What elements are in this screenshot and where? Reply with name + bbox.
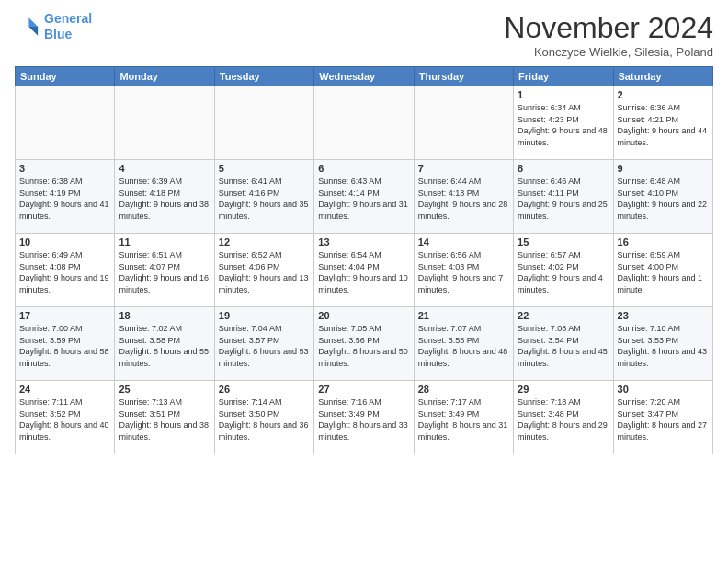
calendar-day-2: 2Sunrise: 6:36 AM Sunset: 4:21 PM Daylig…: [613, 86, 712, 160]
calendar-day-10: 10Sunrise: 6:49 AM Sunset: 4:08 PM Dayli…: [16, 234, 115, 307]
calendar-day-30: 30Sunrise: 7:20 AM Sunset: 3:47 PM Dayli…: [613, 381, 712, 454]
calendar-week-0: 1Sunrise: 6:34 AM Sunset: 4:23 PM Daylig…: [16, 86, 713, 160]
calendar-day-8: 8Sunrise: 6:46 AM Sunset: 4:11 PM Daylig…: [514, 160, 613, 234]
day-number: 7: [418, 163, 509, 174]
day-number: 15: [518, 236, 609, 247]
day-info: Sunrise: 7:07 AM Sunset: 3:55 PM Dayligh…: [418, 323, 509, 369]
day-info: Sunrise: 6:56 AM Sunset: 4:03 PM Dayligh…: [418, 249, 509, 295]
calendar-day-6: 6Sunrise: 6:43 AM Sunset: 4:14 PM Daylig…: [314, 160, 414, 234]
calendar-day-3: 3Sunrise: 6:38 AM Sunset: 4:19 PM Daylig…: [16, 160, 115, 234]
calendar-week-3: 17Sunrise: 7:00 AM Sunset: 3:59 PM Dayli…: [16, 307, 713, 381]
day-info: Sunrise: 6:38 AM Sunset: 4:19 PM Dayligh…: [19, 176, 110, 222]
calendar-week-2: 10Sunrise: 6:49 AM Sunset: 4:08 PM Dayli…: [16, 234, 713, 307]
calendar-day-empty-3: [314, 86, 414, 160]
calendar-header-wednesday: Wednesday: [314, 67, 414, 86]
calendar-header-monday: Monday: [115, 67, 214, 86]
day-number: 24: [19, 384, 110, 395]
day-number: 10: [19, 236, 110, 247]
calendar-day-7: 7Sunrise: 6:44 AM Sunset: 4:13 PM Daylig…: [414, 160, 513, 234]
day-number: 8: [518, 163, 609, 174]
logo: General Blue: [15, 11, 92, 42]
calendar-day-1: 1Sunrise: 6:34 AM Sunset: 4:23 PM Daylig…: [514, 86, 613, 160]
calendar-day-20: 20Sunrise: 7:05 AM Sunset: 3:56 PM Dayli…: [314, 307, 414, 381]
day-number: 9: [618, 163, 709, 174]
calendar-day-27: 27Sunrise: 7:16 AM Sunset: 3:49 PM Dayli…: [314, 381, 414, 454]
day-number: 25: [119, 384, 210, 395]
day-info: Sunrise: 7:17 AM Sunset: 3:49 PM Dayligh…: [418, 396, 509, 442]
day-number: 17: [19, 310, 110, 321]
day-info: Sunrise: 6:51 AM Sunset: 4:07 PM Dayligh…: [119, 249, 210, 295]
calendar-day-19: 19Sunrise: 7:04 AM Sunset: 3:57 PM Dayli…: [214, 307, 313, 381]
day-info: Sunrise: 6:54 AM Sunset: 4:04 PM Dayligh…: [318, 249, 409, 295]
logo-line1: General: [44, 11, 92, 26]
logo-text: General Blue: [44, 11, 92, 42]
calendar-day-23: 23Sunrise: 7:10 AM Sunset: 3:53 PM Dayli…: [613, 307, 712, 381]
calendar-day-5: 5Sunrise: 6:41 AM Sunset: 4:16 PM Daylig…: [214, 160, 313, 234]
calendar-header-friday: Friday: [514, 67, 613, 86]
day-info: Sunrise: 6:36 AM Sunset: 4:21 PM Dayligh…: [618, 102, 709, 148]
day-info: Sunrise: 6:52 AM Sunset: 4:06 PM Dayligh…: [219, 249, 310, 295]
day-number: 28: [418, 384, 509, 395]
calendar-week-1: 3Sunrise: 6:38 AM Sunset: 4:19 PM Daylig…: [16, 160, 713, 234]
calendar-day-11: 11Sunrise: 6:51 AM Sunset: 4:07 PM Dayli…: [115, 234, 214, 307]
day-number: 4: [119, 163, 210, 174]
logo-line2: Blue: [44, 27, 72, 41]
day-number: 11: [119, 236, 210, 247]
calendar-day-14: 14Sunrise: 6:56 AM Sunset: 4:03 PM Dayli…: [414, 234, 513, 307]
calendar-day-28: 28Sunrise: 7:17 AM Sunset: 3:49 PM Dayli…: [414, 381, 513, 454]
calendar-day-16: 16Sunrise: 6:59 AM Sunset: 4:00 PM Dayli…: [613, 234, 712, 307]
day-info: Sunrise: 7:11 AM Sunset: 3:52 PM Dayligh…: [19, 396, 110, 442]
calendar-header-row: SundayMondayTuesdayWednesdayThursdayFrid…: [16, 67, 713, 86]
calendar-day-21: 21Sunrise: 7:07 AM Sunset: 3:55 PM Dayli…: [414, 307, 513, 381]
day-number: 14: [418, 236, 509, 247]
calendar-day-9: 9Sunrise: 6:48 AM Sunset: 4:10 PM Daylig…: [613, 160, 712, 234]
day-info: Sunrise: 6:59 AM Sunset: 4:00 PM Dayligh…: [618, 249, 709, 295]
calendar-day-empty-4: [414, 86, 513, 160]
calendar-day-4: 4Sunrise: 6:39 AM Sunset: 4:18 PM Daylig…: [115, 160, 214, 234]
day-info: Sunrise: 7:04 AM Sunset: 3:57 PM Dayligh…: [219, 323, 310, 369]
day-number: 19: [219, 310, 310, 321]
calendar-header-sunday: Sunday: [16, 67, 115, 86]
calendar-day-26: 26Sunrise: 7:14 AM Sunset: 3:50 PM Dayli…: [214, 381, 313, 454]
day-info: Sunrise: 7:00 AM Sunset: 3:59 PM Dayligh…: [19, 323, 110, 369]
day-number: 1: [518, 89, 609, 100]
day-info: Sunrise: 7:08 AM Sunset: 3:54 PM Dayligh…: [518, 323, 609, 369]
calendar-day-empty-2: [214, 86, 313, 160]
calendar: SundayMondayTuesdayWednesdayThursdayFrid…: [15, 66, 713, 454]
day-info: Sunrise: 6:39 AM Sunset: 4:18 PM Dayligh…: [119, 176, 210, 222]
day-info: Sunrise: 7:20 AM Sunset: 3:47 PM Dayligh…: [618, 396, 709, 442]
day-number: 16: [618, 236, 709, 247]
day-number: 5: [219, 163, 310, 174]
day-info: Sunrise: 6:57 AM Sunset: 4:02 PM Dayligh…: [518, 249, 609, 295]
day-number: 22: [518, 310, 609, 321]
day-number: 27: [318, 384, 409, 395]
day-number: 13: [318, 236, 409, 247]
day-info: Sunrise: 7:14 AM Sunset: 3:50 PM Dayligh…: [219, 396, 310, 442]
calendar-day-12: 12Sunrise: 6:52 AM Sunset: 4:06 PM Dayli…: [214, 234, 313, 307]
calendar-day-empty-1: [115, 86, 214, 160]
day-number: 2: [618, 89, 709, 100]
calendar-day-empty-0: [16, 86, 115, 160]
svg-marker-1: [28, 27, 38, 36]
day-number: 12: [219, 236, 310, 247]
day-info: Sunrise: 6:41 AM Sunset: 4:16 PM Dayligh…: [219, 176, 310, 222]
day-info: Sunrise: 6:34 AM Sunset: 4:23 PM Dayligh…: [518, 102, 609, 148]
day-info: Sunrise: 7:02 AM Sunset: 3:58 PM Dayligh…: [119, 323, 210, 369]
day-info: Sunrise: 7:10 AM Sunset: 3:53 PM Dayligh…: [618, 323, 709, 369]
day-number: 21: [418, 310, 509, 321]
calendar-header-saturday: Saturday: [613, 67, 712, 86]
day-info: Sunrise: 7:13 AM Sunset: 3:51 PM Dayligh…: [119, 396, 210, 442]
title-block: November 2024 Konczyce Wielkie, Silesia,…: [504, 11, 713, 59]
calendar-day-17: 17Sunrise: 7:00 AM Sunset: 3:59 PM Dayli…: [16, 307, 115, 381]
day-info: Sunrise: 6:49 AM Sunset: 4:08 PM Dayligh…: [19, 249, 110, 295]
day-number: 20: [318, 310, 409, 321]
day-info: Sunrise: 7:16 AM Sunset: 3:49 PM Dayligh…: [318, 396, 409, 442]
calendar-day-18: 18Sunrise: 7:02 AM Sunset: 3:58 PM Dayli…: [115, 307, 214, 381]
day-number: 30: [618, 384, 709, 395]
svg-marker-0: [28, 17, 38, 27]
day-info: Sunrise: 6:43 AM Sunset: 4:14 PM Dayligh…: [318, 176, 409, 222]
page: General Blue November 2024 Konczyce Wiel…: [0, 0, 728, 563]
day-info: Sunrise: 7:18 AM Sunset: 3:48 PM Dayligh…: [518, 396, 609, 442]
day-number: 6: [318, 163, 409, 174]
day-info: Sunrise: 7:05 AM Sunset: 3:56 PM Dayligh…: [318, 323, 409, 369]
